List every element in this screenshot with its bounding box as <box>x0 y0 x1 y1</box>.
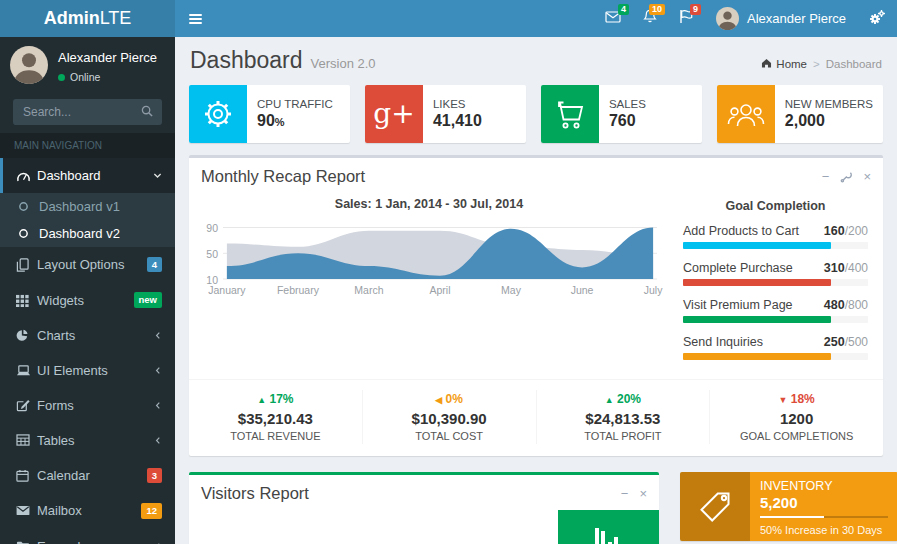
stat-value: $10,390.90 <box>367 410 532 427</box>
search-input[interactable] <box>13 105 137 119</box>
sidebar-item-calendar[interactable]: Calendar 3 <box>0 458 175 493</box>
messages-menu[interactable]: 4 <box>594 0 632 37</box>
stat-label: TOTAL COST <box>367 430 532 442</box>
page-subtitle: Version 2.0 <box>311 56 376 71</box>
goal-number: 250/500 <box>824 335 868 349</box>
y-tick-label: 50 <box>206 248 218 260</box>
close-button[interactable]: × <box>639 487 647 500</box>
sidebar-item-label: Examples <box>37 539 94 544</box>
info-box-number: 41,410 <box>433 112 482 130</box>
info-box-number: 760 <box>609 112 646 130</box>
sidebar-item-forms[interactable]: Forms <box>0 388 175 423</box>
home-icon <box>761 58 772 70</box>
online-status-icon <box>58 74 65 81</box>
sidebar-item-layout-options[interactable]: Layout Options 4 <box>0 247 175 282</box>
sidebar-item-label: Dashboard <box>37 168 101 183</box>
page-title: Dashboard <box>190 47 303 74</box>
info-box-label: LIKES <box>433 98 482 110</box>
sidebar-item-dashboard-v1[interactable]: Dashboard v1 <box>0 193 175 220</box>
collapse-button[interactable]: − <box>621 487 629 500</box>
visitors-report-header: Visitors Report − × <box>189 475 659 510</box>
sidebar-item-label: Dashboard v1 <box>39 199 120 214</box>
sidebar-item-widgets[interactable]: Widgets new <box>0 282 175 317</box>
x-tick-label: February <box>277 284 319 296</box>
stat-label: GOAL COMPLETIONS <box>714 430 879 442</box>
goal-number: 310/400 <box>824 261 868 275</box>
chevron-left-icon <box>154 366 162 375</box>
sales-chart-x-axis: JanuaryFebruaryMarchAprilMayJuneJuly <box>223 284 657 298</box>
navbar-main: 4 10 9 Alex <box>175 0 897 37</box>
sidebar-item-dashboard[interactable]: Dashboard <box>0 158 175 193</box>
stat-total-revenue: ▲ 17% $35,210.43 TOTAL REVENUE <box>189 390 363 444</box>
stat-label: TOTAL REVENUE <box>193 430 358 442</box>
box-title: Visitors Report <box>201 484 309 503</box>
chevron-left-icon <box>154 436 162 445</box>
sidebar-item-tables[interactable]: Tables <box>0 423 175 458</box>
sidebar-item-label: Widgets <box>37 293 84 308</box>
table-icon <box>16 434 37 446</box>
sidebar-item-charts[interactable]: Charts <box>0 318 175 353</box>
monthly-recap-body: Sales: 1 Jan, 2014 - 30 Jul, 2014 905010… <box>189 193 883 379</box>
breadcrumb: Home > Dashboard <box>761 58 882 70</box>
info-box-label: CPU TRAFFIC <box>257 98 333 110</box>
user-menu[interactable]: Alexander Pierce <box>704 0 858 37</box>
user-status-link[interactable]: Online <box>58 71 157 83</box>
stat-percentage: ▲ 20% <box>541 392 706 406</box>
envelope-icon <box>16 505 37 516</box>
info-box-row: CPU TRAFFIC 90% g+ LIKES 41,410 SALES 76… <box>189 85 883 143</box>
sidebar-item-mailbox[interactable]: Mailbox 12 <box>0 493 175 528</box>
breadcrumb-home-link[interactable]: Home <box>761 58 807 70</box>
control-sidebar-toggle[interactable] <box>858 0 897 37</box>
layout-options-badge: 4 <box>147 257 162 272</box>
edit-pencil-icon <box>16 398 37 412</box>
progress-bar <box>683 316 831 323</box>
wrench-icon[interactable] <box>840 171 852 183</box>
user-status-label: Online <box>70 71 100 83</box>
caret-left-icon: ◀ <box>435 395 442 405</box>
monthly-recap-header: Monthly Recap Report − × <box>189 158 883 193</box>
inventory-info-box: INVENTORY 5,200 50% Increase in 30 Days <box>680 472 897 541</box>
notifications-badge: 10 <box>649 4 665 15</box>
sidebar-toggle-button[interactable] <box>175 0 215 37</box>
info-box-cpu-traffic: CPU TRAFFIC 90% <box>189 85 350 143</box>
bottom-row: Visitors Report − × <box>189 472 883 544</box>
sidebar-item-label: Forms <box>37 398 74 413</box>
progress-bar <box>683 353 831 360</box>
gears-icon <box>869 9 886 29</box>
notifications-menu[interactable]: 10 <box>632 0 668 37</box>
caret-down-icon: ▼ <box>778 395 787 405</box>
stat-total-profit: ▲ 20% $24,813.53 TOTAL PROFIT <box>537 390 711 444</box>
progress-group: Send Inquiries 250/500 <box>683 335 868 360</box>
progress-bar <box>683 242 831 249</box>
info-box-label: NEW MEMBERS <box>785 98 873 110</box>
box-title: Monthly Recap Report <box>201 167 365 186</box>
dashboard-submenu: Dashboard v1 Dashboard v2 <box>0 193 175 247</box>
brand-logo[interactable]: AdminLTE <box>0 0 175 37</box>
caret-up-icon: ▲ <box>257 395 266 405</box>
info-box-new-members: NEW MEMBERS 2,000 <box>717 85 883 143</box>
people-icon <box>717 85 775 143</box>
gear-icon <box>189 85 247 143</box>
inventory-label: INVENTORY <box>760 479 888 493</box>
close-button[interactable]: × <box>863 170 871 183</box>
flags-menu[interactable]: 9 <box>668 0 704 37</box>
sidebar-item-ui-elements[interactable]: UI Elements <box>0 353 175 388</box>
content-header: Dashboard Version 2.0 Home > Dashboard <box>190 47 882 74</box>
sidebar-item-examples[interactable]: Examples <box>0 529 175 544</box>
sidebar-item-label: Calendar <box>37 468 90 483</box>
collapse-button[interactable]: − <box>822 170 830 183</box>
visitors-stats-pane <box>558 510 659 544</box>
sidebar-item-dashboard-v2[interactable]: Dashboard v2 <box>0 220 175 247</box>
x-tick-label: May <box>501 284 521 296</box>
sidebar-item-label: Tables <box>37 433 75 448</box>
progress-group: Add Products to Cart 160/200 <box>683 224 868 249</box>
breadcrumb-separator: > <box>813 58 820 70</box>
shopping-cart-icon <box>541 85 599 143</box>
goal-label: Add Products to Cart <box>683 224 799 238</box>
circle-o-icon <box>18 201 39 212</box>
calendar-icon <box>16 469 37 482</box>
inventory-progress-track <box>760 516 888 518</box>
search-button[interactable] <box>137 105 162 120</box>
sidebar-item-label: UI Elements <box>37 363 108 378</box>
sidebar-nav-header: MAIN NAVIGATION <box>0 133 175 158</box>
